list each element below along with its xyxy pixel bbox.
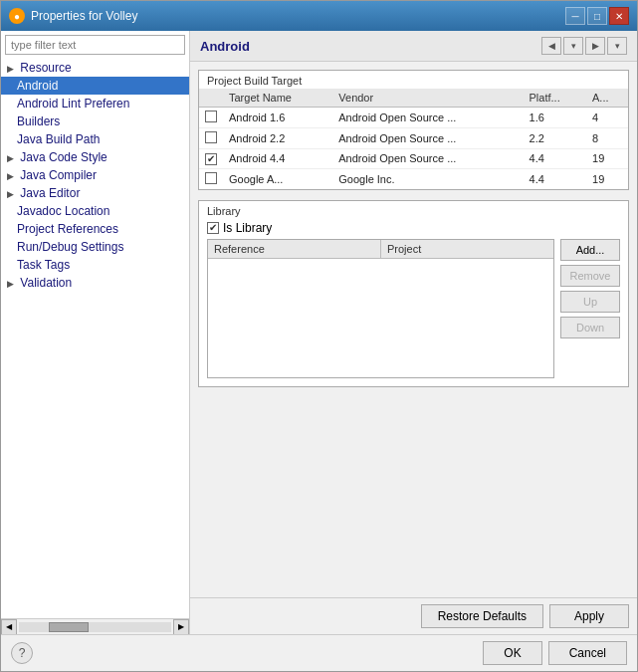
sidebar-item-label: Run/Debug Settings — [17, 240, 123, 254]
nav-back-dropdown-button[interactable]: ▾ — [563, 37, 583, 55]
help-button[interactable]: ? — [11, 642, 33, 664]
minimize-button[interactable]: ─ — [565, 7, 585, 25]
col-api: A... — [586, 89, 628, 108]
sidebar-item-label: Java Code Style — [20, 150, 106, 164]
nav-back-button[interactable]: ◀ — [541, 37, 561, 55]
nav-forward-dropdown-button[interactable]: ▾ — [607, 37, 627, 55]
properties-window: ● Properties for Volley ─ □ ✕ ▶ Resource… — [0, 0, 638, 672]
sidebar: ▶ Resource Android Android Lint Preferen… — [1, 31, 190, 634]
row-checkbox[interactable] — [205, 111, 217, 122]
expand-arrow: ▶ — [7, 153, 17, 163]
row-api: 4 — [586, 108, 628, 128]
row-api: 19 — [586, 149, 628, 169]
nav-forward-button[interactable]: ▶ — [585, 37, 605, 55]
row-checkbox[interactable] — [205, 172, 217, 184]
scroll-right-arrow[interactable]: ▶ — [173, 619, 189, 635]
title-bar-left: ● Properties for Volley — [9, 8, 137, 24]
row-vendor: Android Open Source ... — [332, 128, 523, 149]
sidebar-item-javadoc-location[interactable]: Javadoc Location — [1, 202, 189, 220]
window-title: Properties for Volley — [31, 9, 137, 23]
sidebar-item-resource[interactable]: ▶ Resource — [1, 59, 189, 77]
row-checkbox-cell[interactable] — [199, 108, 223, 128]
maximize-button[interactable]: □ — [587, 7, 607, 25]
ok-button[interactable]: OK — [483, 641, 541, 665]
row-checkbox-cell[interactable] — [199, 168, 223, 189]
bottom-bar: Restore Defaults Apply — [190, 597, 637, 634]
sidebar-item-java-build-path[interactable]: Java Build Path — [1, 130, 189, 148]
row-checkbox-cell[interactable]: ✔ — [199, 149, 223, 169]
down-button[interactable]: Down — [560, 317, 620, 338]
scroll-thumb[interactable] — [49, 622, 89, 632]
filter-input[interactable] — [5, 35, 185, 55]
sidebar-item-label: Task Tags — [17, 258, 70, 272]
row-target-name: Android 1.6 — [223, 108, 332, 128]
row-checkbox[interactable]: ✔ — [205, 153, 217, 165]
scroll-track — [19, 622, 171, 632]
footer: ? OK Cancel — [1, 634, 637, 671]
up-button[interactable]: Up — [560, 291, 620, 313]
library-section: Library ✔ Is Library Reference Project — [198, 200, 629, 387]
sidebar-item-task-tags[interactable]: Task Tags — [1, 256, 189, 274]
sidebar-item-label: Java Compiler — [20, 168, 97, 182]
remove-button[interactable]: Remove — [560, 265, 620, 287]
row-api: 8 — [586, 128, 628, 149]
sidebar-item-project-references[interactable]: Project References — [1, 220, 189, 238]
window-icon: ● — [9, 8, 25, 24]
row-platform: 4.4 — [524, 149, 587, 169]
sidebar-item-label: Android Lint Preferen — [17, 97, 129, 111]
panel-title: Android — [200, 39, 250, 54]
row-vendor: Android Open Source ... — [332, 149, 523, 169]
build-target-table: Target Name Vendor Platf... A... Android… — [199, 89, 628, 189]
col-platform: Platf... — [524, 89, 587, 108]
sidebar-item-android-lint[interactable]: Android Lint Preferen — [1, 95, 189, 112]
ref-col-project: Project — [381, 240, 553, 258]
is-library-checkbox[interactable]: ✔ — [207, 222, 219, 234]
add-button[interactable]: Add... — [560, 239, 620, 261]
sidebar-item-label: Resource — [20, 61, 71, 75]
is-library-row: ✔ Is Library — [199, 219, 628, 239]
scroll-left-arrow[interactable]: ◀ — [1, 619, 17, 635]
sidebar-item-label: Javadoc Location — [17, 204, 109, 218]
apply-button[interactable]: Apply — [549, 604, 629, 628]
col-checkbox — [199, 89, 223, 108]
sidebar-item-label: Project References — [17, 222, 118, 236]
row-checkbox[interactable] — [205, 131, 217, 143]
sidebar-item-android[interactable]: Android — [1, 77, 189, 95]
sidebar-item-run-debug[interactable]: Run/Debug Settings — [1, 238, 189, 256]
sidebar-item-java-code-style[interactable]: ▶ Java Code Style — [1, 148, 189, 166]
sidebar-item-label: Android — [17, 79, 58, 93]
title-buttons: ─ □ ✕ — [565, 7, 629, 25]
cancel-button[interactable]: Cancel — [548, 641, 627, 665]
table-row[interactable]: ✔ Android 4.4 Android Open Source ... 4.… — [199, 149, 628, 169]
table-row[interactable]: Android 1.6 Android Open Source ... 1.6 … — [199, 108, 628, 128]
close-button[interactable]: ✕ — [609, 7, 629, 25]
restore-defaults-button[interactable]: Restore Defaults — [421, 604, 543, 628]
expand-arrow: ▶ — [7, 189, 17, 199]
ref-col-reference: Reference — [208, 240, 381, 258]
row-vendor: Android Open Source ... — [332, 108, 523, 128]
build-target-title: Project Build Target — [199, 71, 628, 89]
panel-nav: ◀ ▾ ▶ ▾ — [541, 37, 627, 55]
row-platform: 4.4 — [524, 168, 587, 189]
right-panel: Android ◀ ▾ ▶ ▾ Project Build Target — [190, 31, 637, 634]
panel-header: Android ◀ ▾ ▶ ▾ — [190, 31, 637, 62]
row-vendor: Google Inc. — [332, 168, 523, 189]
library-title: Library — [199, 201, 628, 219]
title-bar: ● Properties for Volley ─ □ ✕ — [1, 1, 637, 31]
sidebar-item-validation[interactable]: ▶ Validation — [1, 274, 189, 292]
row-checkbox-cell[interactable] — [199, 128, 223, 149]
row-platform: 2.2 — [524, 128, 587, 149]
table-row[interactable]: Google A... Google Inc. 4.4 19 — [199, 168, 628, 189]
sidebar-item-builders[interactable]: Builders — [1, 112, 189, 130]
row-api: 19 — [586, 168, 628, 189]
row-target-name: Android 2.2 — [223, 128, 332, 149]
build-target-section: Project Build Target Target Name Vendor … — [198, 70, 629, 190]
expand-arrow: ▶ — [7, 171, 17, 181]
ref-table-header: Reference Project — [208, 240, 553, 259]
table-row[interactable]: Android 2.2 Android Open Source ... 2.2 … — [199, 128, 628, 149]
reference-table: Reference Project — [207, 239, 554, 378]
main-content: ▶ Resource Android Android Lint Preferen… — [1, 31, 637, 634]
sidebar-item-java-editor[interactable]: ▶ Java Editor — [1, 184, 189, 202]
sidebar-item-java-compiler[interactable]: ▶ Java Compiler — [1, 166, 189, 184]
sidebar-scrollbar[interactable]: ◀ ▶ — [1, 618, 189, 634]
